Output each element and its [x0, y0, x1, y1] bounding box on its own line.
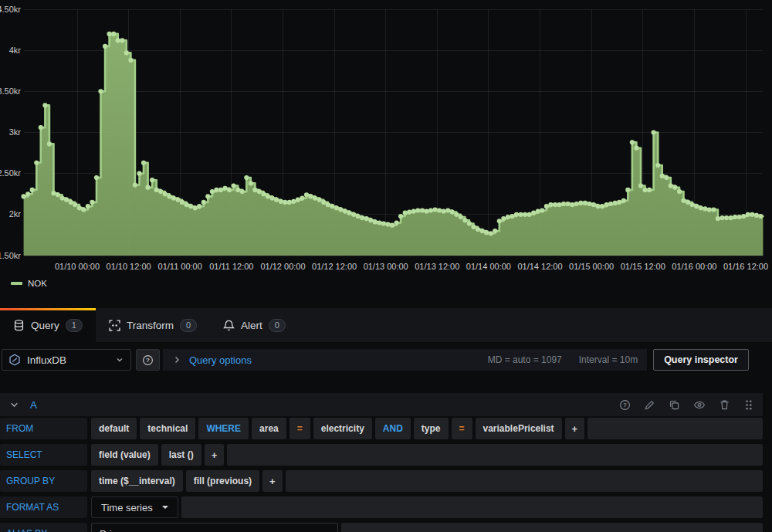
duplicate-query-button[interactable] — [669, 399, 680, 411]
tab-count-badge: 0 — [269, 319, 286, 332]
datasource-picker[interactable]: InfluxDB — [2, 349, 131, 371]
tab-query[interactable]: Query 1 — [0, 308, 96, 342]
grafana-panel-editor: 4.50kr4kr3.50kr3kr2.50kr2kr1.50kr01/10 0… — [0, 0, 772, 532]
query-row-from: FROMdefaulttechnicalWHEREarea=electricit… — [0, 418, 763, 439]
query-segment-keyword[interactable]: WHERE — [198, 418, 249, 439]
tab-label: Alert — [241, 320, 262, 331]
row-filler — [227, 444, 763, 466]
transform-icon — [109, 320, 120, 331]
svg-text:1.50kr: 1.50kr — [0, 251, 21, 260]
datasource-name: InfluxDB — [27, 354, 66, 366]
drag-query-handle[interactable] — [743, 399, 753, 411]
query-segment-value[interactable]: technical — [140, 418, 195, 439]
add-segment-button[interactable]: + — [205, 444, 225, 466]
query-row-alias-by: ALIAS BYPrice — [0, 523, 763, 532]
query-clause-label: FORMAT AS — [0, 496, 87, 518]
question-circle-icon: ? — [619, 399, 631, 411]
bell-icon — [223, 320, 235, 331]
row-filler — [181, 496, 763, 518]
query-segment-value[interactable]: electricity — [313, 418, 372, 439]
query-segment-value[interactable]: field (value) — [91, 444, 158, 466]
query-row-header[interactable]: A ? — [0, 393, 763, 416]
chevron-right-icon — [172, 355, 181, 364]
tab-alert[interactable]: Alert 0 — [210, 308, 299, 342]
trash-icon — [719, 399, 730, 411]
query-segment-value[interactable]: type — [414, 418, 449, 439]
query-segment-operator[interactable]: = — [452, 418, 472, 439]
copy-icon — [669, 399, 680, 411]
svg-text:?: ? — [623, 402, 627, 408]
query-ref-label: A — [30, 399, 37, 411]
row-filler — [341, 523, 763, 532]
time-series-panel: 4.50kr4kr3.50kr3kr2.50kr2kr1.50kr01/10 0… — [0, 0, 772, 303]
query-row-group-by: GROUP BYtime ($__interval)fill (previous… — [0, 470, 763, 492]
query-segment-keyword[interactable]: AND — [375, 418, 411, 439]
query-options-label: Query options — [189, 354, 252, 366]
interval-value: Interval = 10m — [579, 354, 638, 365]
panel-editor-tabs: Query 1 Transform 0 Alert 0 — [0, 308, 772, 342]
alias-by-input[interactable]: Price — [91, 523, 338, 532]
influxdb-logo-icon — [8, 354, 21, 366]
toggle-query-visibility-button[interactable] — [693, 399, 706, 411]
x-axis-labels: 01/10 00:0001/10 12:0001/11 00:0001/11 1… — [55, 262, 768, 271]
format-as-select[interactable]: Time series — [91, 496, 178, 518]
query-segment-operator[interactable]: = — [290, 418, 310, 439]
svg-text:01/14 00:00: 01/14 00:00 — [466, 262, 511, 271]
query-inspector-button[interactable]: Query inspector — [653, 349, 749, 371]
svg-text:01/12 12:00: 01/12 12:00 — [312, 262, 357, 271]
query-segment-value[interactable]: default — [91, 418, 137, 439]
query-clause-label: SELECT — [0, 444, 87, 466]
tab-count-badge: 1 — [66, 319, 83, 332]
delete-query-button[interactable] — [719, 399, 730, 411]
row-filler — [587, 418, 763, 439]
svg-text:01/13 12:00: 01/13 12:00 — [415, 262, 459, 271]
tab-label: Query — [31, 320, 59, 331]
query-options-toggle[interactable]: Query options MD = auto = 1097 Interval … — [163, 349, 647, 371]
svg-text:3.50kr: 3.50kr — [0, 86, 21, 96]
query-segment-value[interactable]: fill (previous) — [186, 470, 259, 492]
legend-series-label[interactable]: NOK — [28, 279, 47, 288]
svg-text:4kr: 4kr — [9, 46, 22, 55]
svg-text:01/16 00:00: 01/16 00:00 — [672, 262, 716, 271]
chevron-down-icon — [115, 355, 124, 364]
row-filler — [286, 470, 763, 492]
chevron-down-icon — [9, 400, 19, 410]
svg-text:3kr: 3kr — [9, 127, 22, 137]
svg-text:4.50kr: 4.50kr — [0, 5, 21, 14]
query-options-summary: MD = auto = 1097 Interval = 10m — [488, 354, 638, 365]
chart-legend: NOK — [11, 279, 47, 288]
svg-text:01/15 00:00: 01/15 00:00 — [569, 262, 614, 271]
datasource-help-button[interactable]: ? — [136, 349, 160, 371]
query-clause-label: FROM — [0, 418, 87, 439]
svg-text:01/12 00:00: 01/12 00:00 — [260, 262, 305, 271]
question-circle-icon: ? — [142, 354, 154, 366]
influxdb-query-editor: FROMdefaulttechnicalWHEREarea=electricit… — [0, 418, 763, 532]
query-segment-value[interactable]: variablePricelist — [476, 418, 562, 439]
query-clause-label: ALIAS BY — [0, 523, 87, 532]
price-chart: 4.50kr4kr3.50kr3kr2.50kr2kr1.50kr01/10 0… — [0, 0, 772, 303]
svg-text:01/14 12:00: 01/14 12:00 — [517, 262, 562, 271]
svg-text:2.50kr: 2.50kr — [0, 168, 21, 178]
add-segment-button[interactable]: + — [262, 470, 283, 492]
query-help-button[interactable]: ? — [619, 399, 631, 411]
eye-icon — [693, 399, 706, 411]
add-segment-button[interactable]: + — [565, 418, 585, 439]
tab-label: Transform — [127, 320, 174, 331]
query-segment-value[interactable]: last () — [161, 444, 201, 466]
query-actions: ? — [619, 399, 753, 411]
edit-query-button[interactable] — [644, 399, 655, 411]
svg-text:01/11 00:00: 01/11 00:00 — [158, 262, 202, 271]
query-segment-value[interactable]: area — [252, 418, 286, 439]
query-row-select: SELECTfield (value)last ()+ — [0, 444, 763, 466]
pencil-icon — [644, 399, 655, 411]
svg-text:2kr: 2kr — [9, 209, 22, 219]
y-axis-labels: 4.50kr4kr3.50kr3kr2.50kr2kr1.50kr — [0, 5, 21, 260]
tab-transform[interactable]: Transform 0 — [96, 308, 210, 342]
query-segment-value[interactable]: time ($__interval) — [91, 470, 183, 492]
datasource-row: InfluxDB ? Query options MD = auto = 109… — [2, 349, 749, 371]
legend-series-swatch[interactable] — [11, 282, 22, 285]
svg-text:01/13 00:00: 01/13 00:00 — [364, 262, 408, 271]
svg-text:?: ? — [146, 357, 150, 364]
svg-text:01/10 12:00: 01/10 12:00 — [107, 262, 151, 271]
max-data-points-value: MD = auto = 1097 — [488, 354, 562, 365]
